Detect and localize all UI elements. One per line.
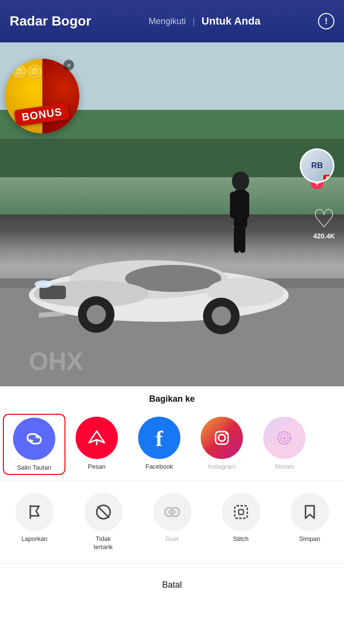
creator-avatar[interactable]: RB +	[300, 148, 334, 189]
action-row: Laporkan Tidaktertarik Duet	[0, 485, 344, 559]
action-item-tidak-tertarik[interactable]: Tidaktertarik	[69, 489, 138, 555]
salin-tautan-icon	[13, 418, 55, 460]
video-player[interactable]: ОНХ	[0, 42, 344, 386]
instagram-icon	[201, 417, 243, 459]
svg-rect-21	[230, 192, 237, 218]
tidak-tertarik-icon-bg	[84, 493, 123, 531]
send-icon	[86, 427, 107, 448]
youtube-badge	[323, 175, 332, 181]
svg-rect-2	[0, 139, 344, 177]
svg-point-29	[225, 433, 227, 434]
svg-rect-40	[239, 510, 243, 514]
tab-for-you[interactable]: Untuk Anda	[202, 15, 261, 27]
bonus-coins-icon: 🪙🪙	[12, 65, 42, 79]
facebook-label: Facebook	[145, 463, 173, 470]
svg-rect-39	[235, 506, 247, 518]
duet-icon	[163, 503, 181, 521]
action-item-duet[interactable]: Duet	[138, 489, 206, 555]
share-title: Bagikan ke	[0, 394, 344, 404]
bookmark-icon	[301, 503, 319, 521]
svg-point-37	[167, 510, 171, 514]
link-icon	[24, 428, 45, 449]
stitch-label: Stitch	[233, 535, 249, 543]
nav-tabs: Mengikuti | Untuk Anda	[149, 15, 260, 27]
divider-2	[0, 563, 344, 564]
svg-rect-22	[242, 192, 249, 218]
svg-rect-23	[234, 226, 240, 253]
tab-separator: |	[192, 16, 195, 26]
stories-icon: +	[263, 417, 306, 459]
alert-icon[interactable]: !	[318, 13, 334, 29]
avatar-initials: RB	[311, 161, 323, 171]
svg-rect-24	[240, 226, 245, 253]
bonus-close-button[interactable]: ×	[64, 60, 74, 70]
svg-point-38	[173, 510, 177, 514]
instagram-svg	[212, 428, 232, 448]
share-item-stories[interactable]: + Stories	[253, 414, 316, 475]
pesan-icon	[76, 417, 118, 459]
flag-icon	[25, 503, 44, 521]
facebook-f: f	[155, 428, 163, 450]
stitch-icon	[232, 503, 250, 521]
instagram-label: Instagram	[208, 463, 236, 470]
stories-svg: +	[274, 428, 294, 448]
share-item-facebook[interactable]: f Facebook	[128, 414, 191, 475]
action-item-simpan[interactable]: Simpan	[275, 489, 344, 555]
heart-icon: ♡	[313, 206, 335, 231]
app-logo: Radar Bogor	[10, 13, 91, 29]
action-item-laporkan[interactable]: Laporkan	[0, 489, 69, 555]
pesan-label: Pesan	[88, 463, 106, 470]
cancel-bar[interactable]: Batal	[0, 567, 344, 602]
simpan-label: Simpan	[299, 535, 320, 543]
no-interest-icon	[94, 503, 113, 521]
share-item-salin-tautan[interactable]: Salin Tautan	[3, 414, 65, 475]
share-item-pesan[interactable]: Pesan	[65, 414, 128, 475]
share-item-instagram[interactable]: Instagram	[191, 414, 253, 475]
youtube-play-icon	[326, 176, 330, 180]
svg-line-34	[98, 507, 109, 517]
svg-point-18	[35, 280, 52, 288]
tidak-tertarik-label: Tidaktertarik	[94, 535, 113, 552]
stories-label: Stories	[275, 463, 294, 470]
share-row: Salin Tautan Pesan f Facebook	[0, 414, 344, 475]
tab-following[interactable]: Mengikuti	[149, 16, 186, 26]
svg-point-28	[218, 434, 225, 441]
svg-text:+: +	[282, 434, 286, 442]
bonus-text-wrapper: BONUS	[5, 106, 79, 123]
svg-point-16	[212, 306, 231, 326]
simpan-icon-bg	[291, 493, 329, 531]
cancel-label: Batal	[162, 580, 182, 590]
avatar-image: RB	[300, 148, 334, 183]
laporkan-label: Laporkan	[21, 535, 47, 543]
like-button[interactable]: ♡ 420.4K	[313, 206, 335, 240]
facebook-icon: f	[138, 417, 180, 459]
laporkan-icon-bg	[15, 493, 54, 531]
divider-1	[0, 481, 344, 481]
svg-text:ОНХ: ОНХ	[29, 347, 83, 375]
like-count: 420.4K	[313, 232, 335, 240]
action-item-stitch[interactable]: Stitch	[206, 489, 275, 555]
stitch-icon-bg	[222, 493, 260, 531]
svg-point-14	[87, 305, 106, 324]
svg-point-19	[232, 171, 249, 191]
duet-label: Duet	[166, 535, 178, 543]
duet-icon-bg	[153, 493, 191, 531]
share-bottom-sheet: Bagikan ke Salin Tautan Pesan	[0, 386, 344, 602]
top-navigation: Radar Bogor Mengikuti | Untuk Anda !	[0, 0, 344, 42]
salin-tautan-label: Salin Tautan	[17, 464, 51, 471]
